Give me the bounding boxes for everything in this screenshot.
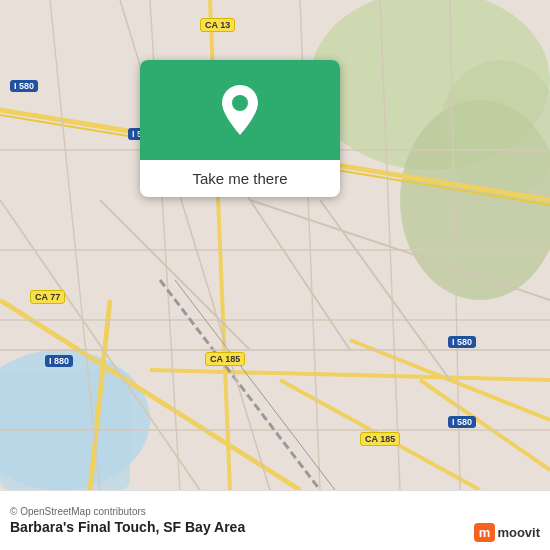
take-me-there-label: Take me there (176, 160, 303, 197)
location-pin-icon (220, 85, 260, 135)
take-me-there-card[interactable]: Take me there (140, 60, 340, 197)
place-name-text: Barbara's Final Touch, SF Bay Area (10, 519, 245, 535)
moovit-text: moovit (497, 525, 540, 540)
road-label-i580-tl: I 580 (10, 80, 38, 92)
road-label-ca185-bot: CA 185 (360, 432, 400, 446)
moovit-logo: m moovit (474, 523, 540, 542)
road-label-ca13: CA 13 (200, 18, 235, 32)
moovit-icon: m (474, 523, 496, 542)
map-container: CA 13 I 580 I 580 CA 77 I 880 CA 185 CA … (0, 0, 550, 490)
svg-point-33 (232, 95, 248, 111)
road-label-ca185-mid: CA 185 (205, 352, 245, 366)
road-label-i580-br: I 580 (448, 416, 476, 428)
road-label-i580-r: I 580 (448, 336, 476, 348)
road-label-ca77: CA 77 (30, 290, 65, 304)
attribution-text: © OpenStreetMap contributors (10, 506, 245, 517)
road-label-i880: I 880 (45, 355, 73, 367)
bottom-bar: © OpenStreetMap contributors Barbara's F… (0, 490, 550, 550)
card-green-area (140, 60, 340, 160)
